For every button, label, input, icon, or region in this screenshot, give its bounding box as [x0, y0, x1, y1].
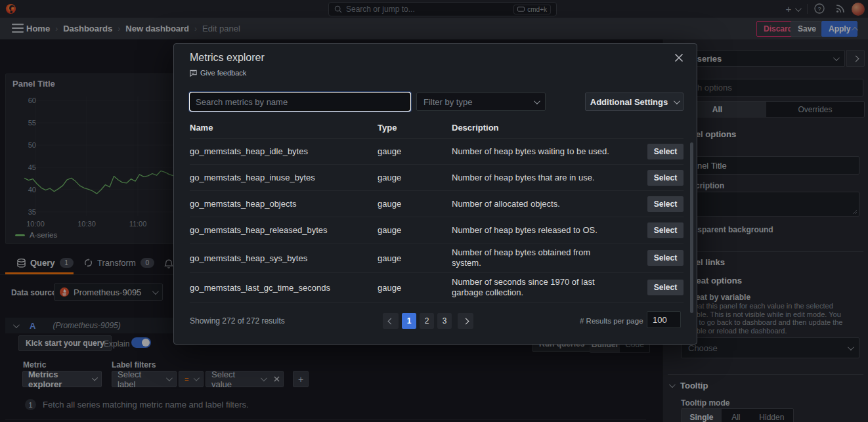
metric-row: go_memstats_heap_inuse_bytes gauge Numbe…: [190, 165, 684, 191]
metric-name: go_memstats_heap_idle_bytes: [190, 146, 378, 156]
metrics-search-input[interactable]: [190, 93, 410, 111]
additional-settings-button[interactable]: Additional Settings: [585, 93, 684, 111]
metric-description: Number of allocated objects.: [452, 195, 621, 213]
metric-name: go_memstats_heap_objects: [190, 199, 378, 209]
metric-row: go_memstats_heap_released_bytes gauge Nu…: [190, 217, 684, 243]
give-feedback-link[interactable]: Give feedback: [190, 69, 246, 77]
results-per-page-input[interactable]: [647, 311, 681, 328]
metric-type: gauge: [378, 225, 452, 235]
close-icon[interactable]: [674, 53, 684, 62]
metric-description: Number of heap bytes that are in use.: [452, 169, 621, 187]
metrics-table-body: go_memstats_heap_idle_bytes gauge Number…: [190, 138, 684, 303]
additional-settings-label: Additional Settings: [590, 97, 668, 107]
metric-type: gauge: [378, 283, 452, 293]
metric-description: Number of heap bytes released to OS.: [452, 221, 621, 240]
filter-by-type-select[interactable]: Filter by type: [416, 93, 546, 111]
metric-description: Number of seconds since 1970 of last gar…: [452, 273, 621, 302]
metric-row: go_memstats_heap_sys_bytes gauge Number …: [190, 243, 684, 273]
metric-select-button[interactable]: Select: [647, 170, 684, 186]
grafana-app: Search or jump to... cmd+k + ?: [0, 0, 868, 422]
filter-chevron-icon: [534, 98, 540, 104]
page-button-3[interactable]: 3: [437, 313, 452, 329]
metric-select-button[interactable]: Select: [647, 222, 684, 238]
metric-name: go_memstats_last_gc_time_seconds: [190, 283, 378, 293]
metric-name: go_memstats_heap_inuse_bytes: [190, 173, 378, 182]
metric-type: gauge: [378, 253, 452, 263]
additional-settings-chevron-icon: [674, 98, 680, 104]
page-button-2[interactable]: 2: [420, 313, 434, 329]
metric-type: gauge: [378, 146, 452, 156]
chevron-right-icon: [462, 318, 469, 324]
metric-name: go_memstats_heap_released_bytes: [190, 225, 378, 235]
results-per-page-label: # Results per page: [580, 317, 643, 325]
metric-type: gauge: [378, 173, 452, 182]
results-count: Showing 272 of 272 results: [190, 316, 285, 326]
metrics-explorer-modal: Metrics explorer Give feedback Filter by…: [173, 43, 697, 345]
comment-icon: [190, 70, 197, 77]
give-feedback-label: Give feedback: [200, 69, 246, 77]
modal-scrollbar[interactable]: [690, 142, 693, 313]
metric-description: Number of heap bytes waiting to be used.: [452, 142, 621, 161]
pagination: 1 2 3: [383, 313, 473, 329]
filter-by-type-placeholder: Filter by type: [423, 97, 472, 107]
metric-select-button[interactable]: Select: [647, 250, 684, 266]
metrics-table-header: Name Type Description: [190, 123, 681, 133]
metric-row: go_memstats_last_gc_time_seconds gauge N…: [190, 273, 684, 303]
metric-name: go_memstats_heap_sys_bytes: [190, 253, 378, 263]
previous-page-button[interactable]: [383, 313, 399, 329]
column-type: Type: [378, 123, 452, 133]
column-description: Description: [452, 123, 621, 133]
metric-row: go_memstats_heap_idle_bytes gauge Number…: [190, 138, 684, 165]
next-page-button[interactable]: [458, 313, 473, 329]
chevron-left-icon: [387, 318, 394, 324]
metric-select-button[interactable]: Select: [647, 280, 684, 295]
metric-select-button[interactable]: Select: [647, 196, 684, 212]
metric-type: gauge: [378, 199, 452, 209]
metric-row: go_memstats_heap_objects gauge Number of…: [190, 191, 684, 217]
modal-title: Metrics explorer: [190, 52, 265, 64]
metric-description: Number of heap bytes obtained from syste…: [452, 243, 621, 272]
page-button-1[interactable]: 1: [402, 313, 416, 329]
column-name: Name: [190, 123, 378, 133]
metric-select-button[interactable]: Select: [647, 144, 684, 159]
